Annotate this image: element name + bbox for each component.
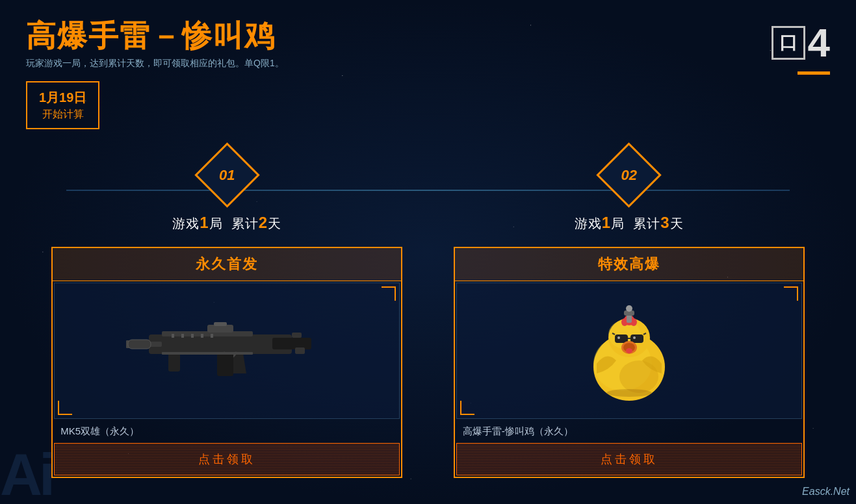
svg-rect-18 xyxy=(128,340,151,349)
svg-point-40 xyxy=(626,305,632,312)
svg-rect-16 xyxy=(201,334,203,338)
title-block: 高爆手雷－惨叫鸡 玩家游戏一局，达到累计天数，即可领取相应的礼包。单Q限1。 1… xyxy=(26,19,284,129)
svg-point-37 xyxy=(606,389,652,397)
node-desc-prefix-2: 游戏 xyxy=(575,216,602,231)
node-desc-prefix-1: 游戏 xyxy=(172,216,200,231)
svg-rect-38 xyxy=(627,315,632,323)
card-1-claim-btn[interactable]: 点击领取 xyxy=(54,443,400,475)
header: 高爆手雷－惨叫鸡 玩家游戏一局，达到累计天数，即可领取相应的礼包。单Q限1。 1… xyxy=(26,19,830,129)
timeline-node-1: 01 游戏1局 累计2天 xyxy=(46,149,408,233)
timeline: 01 游戏1局 累计2天 02 游戏1局 累计3天 xyxy=(26,149,830,233)
date-line2: 开始计算 xyxy=(39,108,86,121)
node-diamond-2: 02 xyxy=(603,149,656,202)
node-id-2: 02 xyxy=(621,167,636,184)
card-2-item-name: 高爆手雷-惨叫鸡（永久） xyxy=(455,420,803,443)
card-2-title: 特效高爆 xyxy=(598,256,660,272)
card-2-claim-btn[interactable]: 点击领取 xyxy=(456,443,802,475)
node-days-unit-2: 天 xyxy=(670,216,684,231)
svg-point-29 xyxy=(617,336,620,339)
corner-number: 口 4 xyxy=(772,23,830,63)
svg-rect-10 xyxy=(217,353,233,376)
svg-rect-14 xyxy=(181,334,184,338)
node-games-2: 1 xyxy=(602,214,611,231)
node-days-1: 2 xyxy=(259,214,268,231)
timeline-node-2: 02 游戏1局 累计3天 xyxy=(448,149,810,233)
chicken-grenade-image xyxy=(577,299,681,403)
watermark: Easck.Net xyxy=(802,486,850,498)
node-days-unit-1: 天 xyxy=(268,216,281,231)
card-1-item-name: MK5双雄（永久） xyxy=(53,420,401,443)
main-title: 高爆手雷－惨叫鸡 xyxy=(26,19,284,53)
card-1: 永久首发 xyxy=(51,247,402,478)
svg-rect-0 xyxy=(149,334,292,354)
card-1-title: 永久首发 xyxy=(196,256,258,272)
timeline-nodes: 01 游戏1局 累计2天 02 游戏1局 累计3天 xyxy=(26,149,830,233)
node-days-2: 3 xyxy=(660,214,669,231)
node-days-prefix-1: 累计 xyxy=(231,216,259,231)
date-badge: 1月19日 开始计算 xyxy=(26,81,99,129)
node-games-unit-2: 局 xyxy=(611,216,625,231)
corner-num: 4 xyxy=(808,23,830,63)
svg-point-33 xyxy=(626,348,632,353)
svg-rect-2 xyxy=(292,333,302,338)
node-days-prefix-2: 累计 xyxy=(633,216,660,231)
node-desc-1: 游戏1局 累计2天 xyxy=(172,214,281,233)
node-games-unit-1: 局 xyxy=(209,216,223,231)
card-2: 特效高爆 xyxy=(454,247,805,478)
node-games-1: 1 xyxy=(200,214,209,231)
gun-image xyxy=(123,305,331,396)
svg-rect-8 xyxy=(214,322,227,326)
svg-rect-15 xyxy=(191,334,194,338)
svg-rect-13 xyxy=(172,334,174,338)
svg-rect-17 xyxy=(211,334,213,338)
card-1-header: 永久首发 xyxy=(53,248,401,281)
node-desc-2: 游戏1局 累计3天 xyxy=(575,214,684,233)
corner-box-char: 口 xyxy=(772,26,805,60)
subtitle: 玩家游戏一局，达到累计天数，即可领取相应的礼包。单Q限1。 xyxy=(26,58,284,69)
node-diamond-1: 01 xyxy=(200,149,253,202)
orange-bar xyxy=(798,71,830,75)
card-2-image-area xyxy=(456,283,802,419)
svg-rect-12 xyxy=(162,352,253,355)
svg-point-30 xyxy=(633,336,636,339)
card-1-image-area xyxy=(54,283,400,419)
svg-rect-1 xyxy=(272,338,311,349)
card-1-claim-text: 点击领取 xyxy=(198,453,255,466)
svg-rect-6 xyxy=(162,331,253,336)
card-2-header: 特效高爆 xyxy=(455,248,803,281)
date-line1: 1月19日 xyxy=(39,89,86,107)
node-id-1: 01 xyxy=(219,167,235,184)
cards-row: 永久首发 xyxy=(26,247,830,478)
svg-rect-11 xyxy=(168,353,180,372)
svg-rect-3 xyxy=(295,347,305,354)
card-2-claim-text: 点击领取 xyxy=(601,453,658,466)
